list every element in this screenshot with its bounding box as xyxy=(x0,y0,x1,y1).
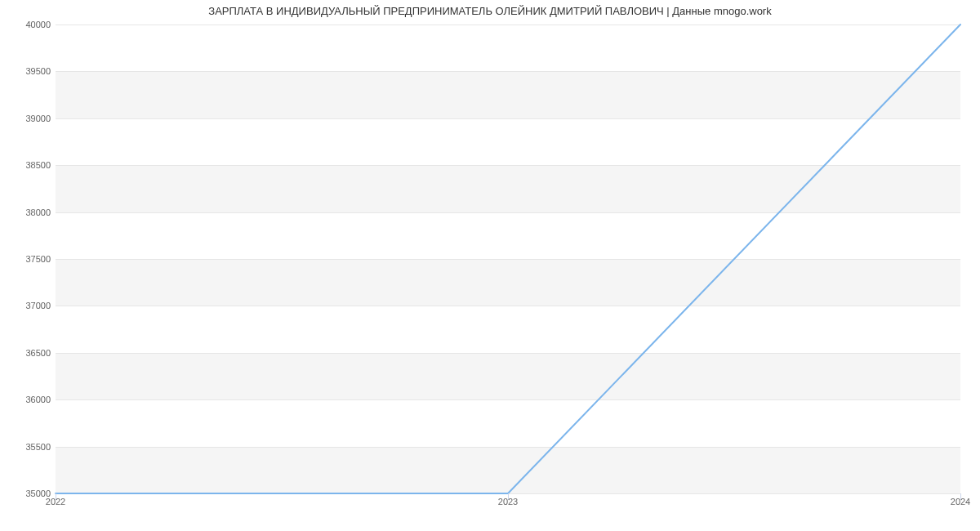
line-series xyxy=(56,25,960,493)
y-tick-label: 38500 xyxy=(5,160,51,170)
y-tick-label: 38000 xyxy=(5,207,51,217)
salary-line-chart: ЗАРПЛАТА В ИНДИВИДУАЛЬНЫЙ ПРЕДПРИНИМАТЕЛ… xyxy=(0,0,980,531)
y-tick-label: 35000 xyxy=(5,489,51,498)
y-tick-label: 35500 xyxy=(5,442,51,452)
y-tick-label: 39500 xyxy=(5,66,51,76)
plot-area xyxy=(56,25,960,494)
y-tick-label: 36500 xyxy=(5,348,51,358)
y-tick-label: 36000 xyxy=(5,395,51,404)
x-tick-label: 2022 xyxy=(46,497,65,506)
y-tick-label: 37500 xyxy=(5,254,51,264)
y-tick-label: 39000 xyxy=(5,114,51,123)
chart-title: ЗАРПЛАТА В ИНДИВИДУАЛЬНЫЙ ПРЕДПРИНИМАТЕЛ… xyxy=(0,5,980,17)
y-tick-label: 37000 xyxy=(5,301,51,310)
y-tick-label: 40000 xyxy=(5,20,51,29)
x-tick-label: 2023 xyxy=(498,497,518,506)
x-tick-label: 2024 xyxy=(951,497,970,506)
